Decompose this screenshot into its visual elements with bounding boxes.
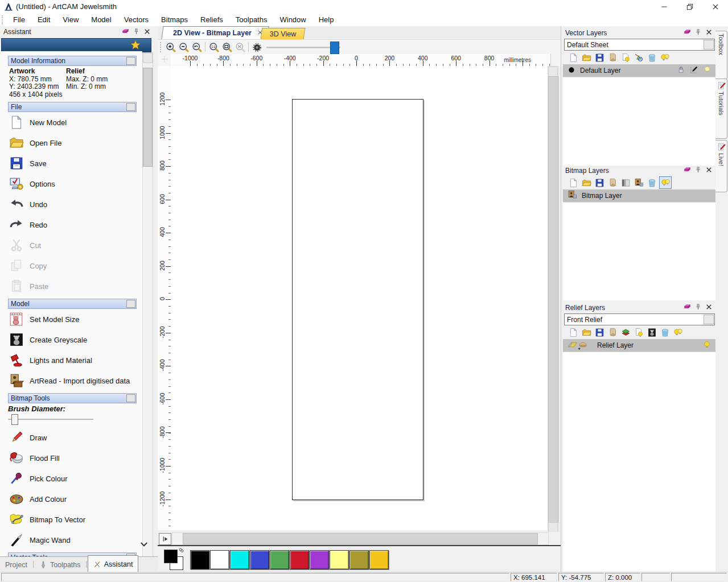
teddy-dark-button[interactable] [646,327,657,338]
close-icon[interactable] [705,303,713,311]
collapse-button[interactable] [126,103,135,111]
scroll-up-button[interactable] [143,53,153,63]
new-page-button[interactable] [567,177,579,188]
zoom-out-button[interactable] [178,41,190,53]
bulb-page-button[interactable] [633,327,644,338]
dome-plus-icon[interactable] [578,340,588,350]
bulb-page-button[interactable] [620,52,631,63]
assistant-item-pick-colour[interactable]: Pick Colour [0,468,142,489]
palette-swatch-5[interactable] [270,550,289,569]
palette-swatch-10[interactable] [369,550,389,569]
menu-vectors[interactable]: Vectors [118,14,155,26]
scroll-left-button[interactable] [172,533,182,543]
toolbar-grip[interactable] [2,15,5,24]
assistant-item-draw[interactable]: Draw [0,427,142,448]
side-tab-tutorials[interactable]: Tutorials [715,79,727,139]
minimize-button[interactable] [651,0,677,14]
primary-colour[interactable] [164,550,178,563]
scroll-up-button[interactable] [548,67,558,77]
model-sheet[interactable] [292,99,423,500]
page-flip-icon[interactable] [162,535,169,543]
assistant-item-bitmap-to-vector[interactable]: Bitmap To Vector [0,509,142,530]
tab-assistant[interactable]: Assistant [88,555,139,572]
menu-file[interactable]: File [7,14,31,26]
assistant-item-add-colour[interactable]: Add Colour [0,489,142,509]
menu-bitmaps[interactable]: Bitmaps [155,14,194,26]
hand-page-button[interactable] [607,52,618,63]
save-sm-button[interactable] [594,177,605,188]
eraser-icon[interactable] [684,166,691,174]
hand-page-button[interactable] [607,327,618,338]
scroll-down-button[interactable] [548,522,558,533]
menu-edit[interactable]: Edit [31,14,56,26]
eraser-icon[interactable] [684,303,691,311]
scroll-right-button[interactable] [538,533,548,543]
open-file-sm-button[interactable] [581,177,592,188]
menu-toolpaths[interactable]: Toolpaths [229,14,274,26]
pin-icon[interactable] [694,303,702,311]
mona-button[interactable] [633,177,644,188]
zoom-one-to-one-button[interactable]: 1:1 [208,41,220,53]
bitmap-contrast-button[interactable] [251,41,264,53]
zoom-fit-button[interactable] [221,41,233,53]
layers-button[interactable] [620,327,631,338]
assistant-item-options[interactable]: Options [0,174,142,194]
open-file-sm-button[interactable] [581,327,592,338]
assistant-item-set-model-size[interactable]: Set Model Size [0,309,142,329]
vector-sheet-select[interactable]: Default Sheet [564,39,715,51]
greyscale-button[interactable] [620,177,631,188]
bulbs-button[interactable] [672,327,684,338]
menu-window[interactable]: Window [273,14,312,26]
tab-3d-view[interactable]: 3D View [261,28,306,39]
dropdown-arrow-icon[interactable] [704,40,714,49]
brush-diameter-slider[interactable] [8,414,93,424]
assistant-item-lights-and-material[interactable]: Lights and Material [0,350,142,370]
link-icon[interactable] [178,547,184,554]
open-file-sm-button[interactable] [581,52,592,63]
tab-toolpaths[interactable]: Toolpaths [34,557,86,572]
assistant-item-undo[interactable]: Undo [0,194,142,214]
drawing-canvas[interactable] [171,66,548,530]
palette-swatch-7[interactable] [310,550,329,569]
collapse-button[interactable] [126,300,135,308]
close-icon[interactable] [143,28,151,35]
scroll-thumb[interactable] [548,76,558,523]
bitmap-fade-slider-handle[interactable] [330,42,339,54]
relief-select[interactable]: Front Relief [564,313,715,325]
trash-button[interactable] [646,177,657,188]
black-circle-icon[interactable] [567,66,575,74]
ruler-unit-spinner[interactable] [550,54,561,66]
pin-icon[interactable] [694,28,702,36]
hand-page-button[interactable] [607,177,618,188]
bulbs-button[interactable] [659,52,671,63]
brush-slider-handle[interactable] [11,414,18,425]
star-icon[interactable] [130,40,141,50]
vector-layer-row[interactable]: Default Layer [563,64,716,77]
bitmap-layer-row[interactable]: Bitmap Layer [563,189,716,202]
side-tab-toolbox[interactable]: Toolbox [715,31,727,80]
zoom-previous-button[interactable] [191,41,203,53]
page-flip-button[interactable] [159,533,171,545]
assistant-item-artread-import-digitised-data[interactable]: ArtRead - Import digitised data [0,370,142,391]
bulb-icon[interactable] [702,340,711,349]
menu-reliefs[interactable]: Reliefs [194,14,229,26]
palette-swatch-9[interactable] [349,550,369,569]
pin-icon[interactable] [133,28,140,35]
trash-button[interactable] [646,52,657,63]
restore-icon[interactable] [686,3,694,11]
new-page-button[interactable] [567,52,579,63]
assistant-item-new-model[interactable]: New Model [0,112,142,133]
palette-swatch-2[interactable] [210,550,229,569]
bulbs-button[interactable] [659,176,672,189]
assistant-item-flood-fill[interactable]: Flood Fill [0,448,142,468]
assistant-scrollbar[interactable] [142,52,153,572]
menu-model[interactable]: Model [85,14,117,26]
snap-pen-icon[interactable] [690,65,698,74]
assistant-item-create-greyscale[interactable]: Create Greyscale [0,329,142,350]
palette-swatch-1[interactable] [190,550,209,569]
save-sm-button[interactable] [594,52,605,63]
collapse-button[interactable] [126,394,135,402]
min-icon[interactable] [660,3,668,11]
assistant-item-save[interactable]: Save [0,153,142,174]
palette-swatch-3[interactable] [230,550,249,569]
